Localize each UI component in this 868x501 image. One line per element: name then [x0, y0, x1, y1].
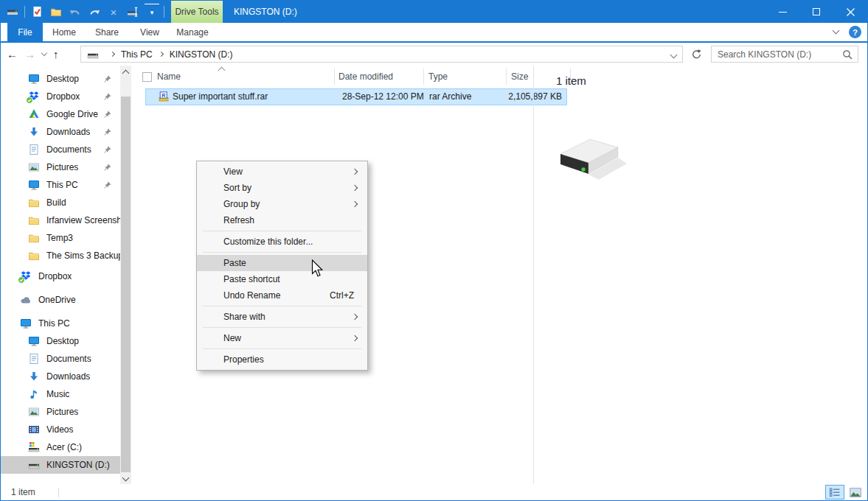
properties-icon[interactable] [29, 4, 44, 20]
breadcrumb-kingston[interactable]: KINGSTON (D:) [170, 49, 233, 60]
minimize-button[interactable] [765, 1, 799, 23]
up-icon[interactable]: ↑ [53, 49, 59, 60]
breadcrumb-chevron-icon[interactable] [159, 52, 164, 57]
recent-locations-chevron-icon[interactable] [41, 50, 47, 56]
sidebar-item-pc-music[interactable]: Music [1, 385, 120, 403]
rename-icon[interactable] [125, 4, 140, 20]
document-icon [28, 144, 40, 155]
sidebar-item-temp3[interactable]: Temp3 [1, 229, 120, 247]
menu-item-sort-by[interactable]: Sort by [197, 180, 367, 196]
expand-ribbon-chevron-icon[interactable] [833, 27, 840, 35]
file-name: Super important stuff.rar [173, 91, 268, 102]
menu-item-new[interactable]: New [197, 330, 367, 346]
sidebar-item-pc-pictures[interactable]: Pictures [1, 403, 120, 421]
tab-manage[interactable]: Manage [171, 23, 214, 41]
thumbnail-view-button[interactable] [846, 485, 865, 500]
menu-item-undo-rename[interactable]: Undo Rename Ctrl+Z [197, 287, 367, 304]
close-button[interactable] [833, 1, 867, 23]
sidebar-scrollbar[interactable] [120, 66, 131, 484]
tab-home[interactable]: Home [43, 23, 86, 41]
sidebar-item-documents[interactable]: Documents [1, 141, 120, 158]
select-all-checkbox[interactable] [142, 72, 152, 82]
menu-item-customize-folder[interactable]: Customize this folder... [197, 234, 367, 250]
sidebar-item-pictures[interactable]: Pictures [1, 158, 120, 176]
navigation-buttons: ← → ↑ [7, 43, 59, 66]
details-view-button[interactable] [825, 485, 844, 500]
column-header-date-modified[interactable]: Date modified [338, 71, 393, 82]
sort-ascending-icon [218, 67, 226, 74]
sidebar-item-pc-videos[interactable]: Videos [1, 421, 120, 438]
column-header-name[interactable]: Name [157, 71, 181, 82]
menu-item-group-by[interactable]: Group by [197, 196, 367, 212]
scroll-up-icon[interactable] [122, 70, 130, 77]
redo-icon[interactable] [87, 4, 102, 20]
download-icon [28, 371, 40, 382]
sidebar-item-acer-c[interactable]: Acer (C:) [1, 438, 120, 456]
tab-share[interactable]: Share [86, 23, 128, 41]
sidebar-item-kingston-d[interactable]: KINGSTON (D:) [1, 456, 120, 474]
status-separator [58, 488, 59, 497]
sidebar-item-pc-documents[interactable]: Documents [1, 350, 120, 368]
sidebar-item-label: Acer (C:) [46, 442, 82, 452]
scroll-down-icon[interactable] [122, 474, 130, 482]
monitor-icon [28, 179, 40, 191]
menu-item-paste-shortcut[interactable]: Paste shortcut [197, 271, 367, 287]
sidebar-item-google-drive[interactable]: Google Drive [1, 105, 120, 123]
address-dropdown-chevron-icon[interactable] [670, 52, 678, 59]
column-divider[interactable] [423, 69, 424, 85]
breadcrumb-chevron-icon[interactable] [110, 52, 115, 57]
folder-icon [28, 197, 40, 209]
ribbon-tab-row: File Home Share View Manage [1, 23, 867, 43]
address-bar[interactable]: This PC KINGSTON (D:) [80, 46, 683, 63]
sidebar-item-label: Dropbox [46, 91, 80, 102]
drive-tools-contextual-tab[interactable]: Drive Tools [171, 1, 223, 23]
search-input[interactable] [712, 46, 842, 62]
sidebar-item-downloads[interactable]: Downloads [1, 123, 120, 141]
tab-view[interactable]: View [128, 23, 171, 41]
sidebar-item-build[interactable]: Build [1, 194, 120, 211]
sidebar-item-onedrive[interactable]: OneDrive [1, 291, 120, 309]
forward-icon[interactable]: → [24, 49, 35, 60]
sidebar-item-label: This PC [38, 318, 70, 329]
sidebar-item-this-pc-pinned[interactable]: This PC [1, 176, 120, 194]
help-icon[interactable]: ? [849, 26, 861, 38]
column-header-type[interactable]: Type [428, 71, 448, 82]
customize-qat-chevron-icon[interactable]: ▾ [145, 4, 159, 20]
pictures-icon [28, 406, 40, 418]
sidebar-item-desktop[interactable]: Desktop [1, 70, 120, 88]
undo-icon[interactable] [68, 4, 83, 20]
column-divider[interactable] [506, 69, 507, 85]
sidebar-item-label: Downloads [46, 127, 90, 137]
menu-item-paste[interactable]: Paste [197, 255, 367, 271]
sidebar-item-this-pc-root[interactable]: This PC [1, 315, 120, 332]
maximize-button[interactable] [799, 1, 833, 23]
scrollbar-thumb[interactable] [121, 97, 131, 472]
menu-item-properties[interactable]: Properties [197, 351, 367, 368]
sidebar-item-irfanview-screenshots[interactable]: Irfanview Screenshot [1, 211, 120, 229]
column-header-size[interactable]: Size [511, 71, 528, 82]
delete-icon[interactable]: × [106, 4, 121, 20]
column-divider[interactable] [334, 69, 335, 85]
sidebar-item-pc-downloads[interactable]: Downloads [1, 368, 120, 385]
new-folder-icon[interactable] [49, 4, 63, 20]
monitor-icon [28, 73, 40, 85]
breadcrumb-this-pc[interactable]: This PC [121, 49, 153, 60]
back-icon[interactable]: ← [7, 49, 18, 60]
tab-file[interactable]: File [7, 23, 43, 41]
sidebar-item-pc-desktop[interactable]: Desktop [1, 332, 120, 350]
menu-item-label: Group by [223, 196, 260, 212]
sidebar-item-label: The Sims 3 Backups [46, 251, 120, 261]
file-row-selected[interactable]: Super important stuff.rar 28-Sep-12 12:0… [145, 88, 567, 105]
sidebar-item-dropbox[interactable]: Dropbox [1, 88, 120, 105]
menu-item-refresh[interactable]: Refresh [197, 212, 367, 228]
sidebar-item-dropbox-root[interactable]: Dropbox [1, 267, 120, 285]
menu-item-label: View [223, 164, 243, 180]
sidebar-item-sims3-backups[interactable]: The Sims 3 Backups [1, 247, 120, 264]
menu-item-share-with[interactable]: Share with [197, 309, 367, 325]
menu-item-view[interactable]: View [197, 164, 367, 180]
search-icon[interactable] [842, 49, 853, 60]
status-item-count: 1 item [11, 487, 35, 497]
menu-item-label: Undo Rename [223, 287, 280, 304]
document-icon [28, 353, 40, 365]
refresh-button[interactable] [687, 46, 705, 63]
